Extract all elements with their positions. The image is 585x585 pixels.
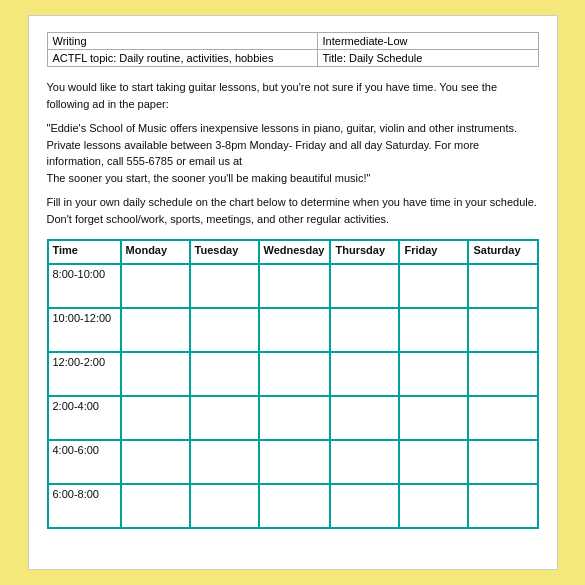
header-wednesday: Wednesday	[259, 240, 331, 264]
meta-col1-row1: Writing	[47, 33, 317, 50]
schedule-cell[interactable]	[399, 484, 468, 528]
schedule-cell[interactable]	[399, 308, 468, 352]
schedule-cell[interactable]	[468, 352, 537, 396]
table-row: 2:00-4:00	[48, 396, 538, 440]
schedule-cell[interactable]	[330, 352, 399, 396]
schedule-cell[interactable]	[399, 352, 468, 396]
schedule-cell[interactable]	[399, 264, 468, 308]
header-friday: Friday	[399, 240, 468, 264]
header-time: Time	[48, 240, 121, 264]
schedule-cell[interactable]	[190, 264, 259, 308]
table-row: 6:00-8:00	[48, 484, 538, 528]
schedule-cell[interactable]	[121, 484, 190, 528]
table-row: 4:00-6:00	[48, 440, 538, 484]
header-saturday: Saturday	[468, 240, 537, 264]
schedule-cell[interactable]	[468, 484, 537, 528]
header-monday: Monday	[121, 240, 190, 264]
schedule-cell[interactable]	[468, 440, 537, 484]
page: Writing Intermediate-Low ACTFL topic: Da…	[28, 15, 558, 570]
meta-table: Writing Intermediate-Low ACTFL topic: Da…	[47, 32, 539, 67]
schedule-cell[interactable]	[121, 264, 190, 308]
schedule-cell[interactable]	[259, 484, 331, 528]
schedule-cell[interactable]	[330, 308, 399, 352]
meta-col2-row1: Intermediate-Low	[317, 33, 538, 50]
schedule-cell[interactable]	[190, 308, 259, 352]
time-cell: 2:00-4:00	[48, 396, 121, 440]
schedule-cell[interactable]	[121, 308, 190, 352]
header-tuesday: Tuesday	[190, 240, 259, 264]
time-cell: 4:00-6:00	[48, 440, 121, 484]
quote-text: "Eddie's School of Music offers inexpens…	[47, 120, 539, 186]
time-cell: 12:00-2:00	[48, 352, 121, 396]
table-row: 10:00-12:00	[48, 308, 538, 352]
schedule-cell[interactable]	[259, 308, 331, 352]
time-cell: 10:00-12:00	[48, 308, 121, 352]
table-row: 8:00-10:00	[48, 264, 538, 308]
schedule-cell[interactable]	[330, 396, 399, 440]
header-thursday: Thursday	[330, 240, 399, 264]
schedule-cell[interactable]	[330, 484, 399, 528]
schedule-cell[interactable]	[121, 440, 190, 484]
meta-col2-row2: Title: Daily Schedule	[317, 50, 538, 67]
schedule-cell[interactable]	[468, 308, 537, 352]
schedule-cell[interactable]	[259, 396, 331, 440]
schedule-cell[interactable]	[399, 440, 468, 484]
schedule-cell[interactable]	[121, 396, 190, 440]
schedule-cell[interactable]	[468, 264, 537, 308]
schedule-cell[interactable]	[399, 396, 468, 440]
table-row: 12:00-2:00	[48, 352, 538, 396]
schedule-table: Time Monday Tuesday Wednesday Thursday F…	[47, 239, 539, 529]
schedule-cell[interactable]	[190, 352, 259, 396]
fill-text: Fill in your own daily schedule on the c…	[47, 194, 539, 227]
intro-text: You would like to start taking guitar le…	[47, 79, 539, 112]
schedule-cell[interactable]	[259, 352, 331, 396]
schedule-cell[interactable]	[330, 264, 399, 308]
time-cell: 8:00-10:00	[48, 264, 121, 308]
time-cell: 6:00-8:00	[48, 484, 121, 528]
schedule-cell[interactable]	[190, 396, 259, 440]
schedule-cell[interactable]	[121, 352, 190, 396]
schedule-cell[interactable]	[330, 440, 399, 484]
schedule-cell[interactable]	[259, 264, 331, 308]
schedule-cell[interactable]	[190, 440, 259, 484]
meta-col1-row2: ACTFL topic: Daily routine, activities, …	[47, 50, 317, 67]
schedule-cell[interactable]	[468, 396, 537, 440]
schedule-cell[interactable]	[190, 484, 259, 528]
schedule-cell[interactable]	[259, 440, 331, 484]
